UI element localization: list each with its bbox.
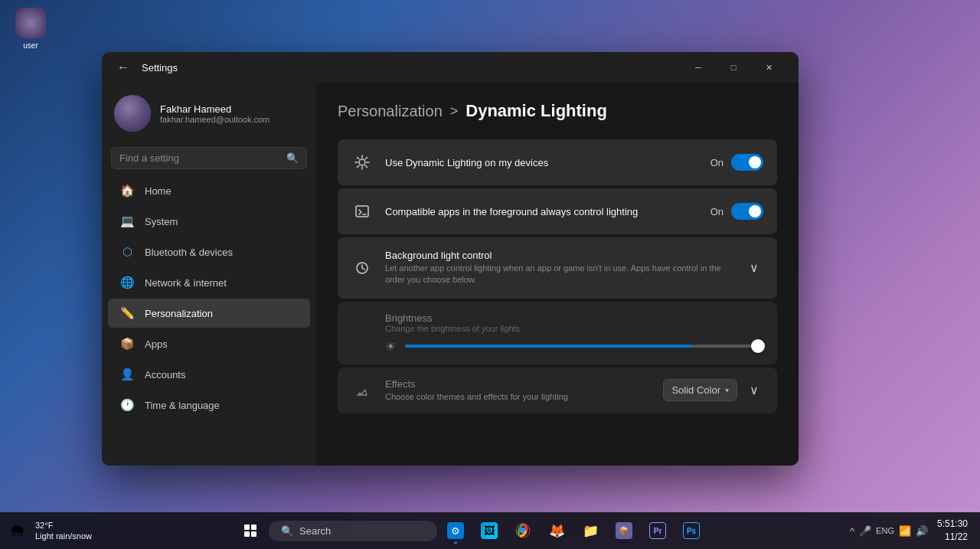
- taskbar-left: 🌧 32°F Light rain/snow: [9, 520, 98, 542]
- desktop-icon[interactable]: user: [8, 8, 54, 50]
- nav-label-bluetooth: Bluetooth & devices: [145, 247, 233, 258]
- volume-icon[interactable]: 🔊: [916, 525, 928, 537]
- taskbar-app-photoshop[interactable]: Ps: [676, 515, 707, 546]
- nav-label-apps: Apps: [145, 338, 168, 350]
- nav-label-network: Network & internet: [145, 277, 227, 289]
- taskbar-center: 🔍 Search ⚙ 🖼 🦊: [98, 515, 844, 546]
- compatible-apps-row: Compatible apps in the foreground always…: [338, 188, 777, 234]
- effects-desc: Choose color themes and effects for your…: [385, 391, 651, 403]
- breadcrumb-current: Dynamic Lighting: [466, 101, 607, 121]
- search-icon: 🔍: [286, 152, 299, 164]
- main-content: Personalization > Dynamic Lighting: [316, 83, 799, 466]
- dynamic-lighting-row: Use Dynamic Lighting on my devices On: [338, 139, 777, 185]
- window-body: Fakhar Hameed fakhar.hameed@outlook.com …: [102, 83, 799, 466]
- nav-label-time: Time & language: [145, 400, 220, 411]
- nav-item-personalization[interactable]: ✏️ Personalization: [108, 299, 310, 328]
- brightness-section: Brightness Change the brightness of your…: [338, 302, 777, 364]
- compatible-apps-control: On: [710, 203, 763, 220]
- close-button[interactable]: ✕: [751, 55, 786, 80]
- nav-item-accounts[interactable]: 👤 Accounts: [108, 360, 310, 389]
- taskbar-app-premiere[interactable]: Pr: [642, 515, 673, 546]
- nav-item-system[interactable]: 💻 System: [108, 207, 310, 236]
- nav-item-network[interactable]: 🌐 Network & internet: [108, 268, 310, 297]
- dynamic-lighting-toggle[interactable]: [731, 154, 763, 171]
- taskbar-app-explorer[interactable]: 📁: [575, 515, 606, 546]
- dynamic-lighting-text: Use Dynamic Lighting on my devices: [385, 157, 698, 168]
- brightness-header: Brightness Change the brightness of your…: [351, 312, 763, 333]
- taskbar-app-firefox[interactable]: 🦊: [541, 515, 572, 546]
- nav-item-bluetooth[interactable]: ⬡ Bluetooth & devices: [108, 237, 310, 266]
- minimize-button[interactable]: ─: [681, 55, 716, 80]
- microphone-icon[interactable]: 🎤: [859, 525, 871, 537]
- background-light-control: ∨: [745, 259, 763, 277]
- effects-text: Effects Choose color themes and effects …: [385, 378, 651, 403]
- desktop-icon-label: user: [23, 41, 38, 50]
- clock[interactable]: 5:51:30 11/22: [937, 518, 968, 544]
- system-tray: ^ 🎤 ENG 📶 🔊: [844, 525, 934, 537]
- breadcrumb-separator: >: [450, 103, 459, 119]
- home-icon: 🏠: [120, 184, 134, 198]
- taskbar-search-text: Search: [299, 525, 331, 537]
- user-email: fakhar.hameed@outlook.com: [160, 115, 304, 124]
- background-light-icon: [351, 257, 373, 279]
- dynamic-lighting-control: On: [710, 154, 763, 171]
- settings-app-icon: ⚙: [447, 522, 464, 539]
- brightness-desc: Change the brightness of your lights: [385, 324, 520, 333]
- windows-icon: [244, 524, 256, 537]
- taskbar-app-settings[interactable]: ⚙: [440, 515, 471, 546]
- effects-dropdown[interactable]: Solid Color ▾: [663, 379, 737, 401]
- compatible-apps-on-label: On: [710, 206, 724, 217]
- time-icon: 🕐: [120, 398, 134, 412]
- background-light-expand[interactable]: ∨: [745, 259, 763, 277]
- clock-date: 11/22: [937, 531, 968, 544]
- start-button[interactable]: [235, 515, 266, 546]
- explorer-app-icon: 📁: [582, 522, 599, 539]
- slider-row: ☀: [351, 339, 763, 354]
- effects-control: Solid Color ▾ ∨: [663, 379, 763, 401]
- 3d-app-icon: 📦: [616, 522, 632, 539]
- dynamic-lighting-on-label: On: [710, 157, 724, 168]
- language-indicator[interactable]: ENG: [876, 526, 894, 535]
- taskbar-app-3d[interactable]: 📦: [609, 515, 639, 546]
- taskbar-app-chrome[interactable]: [508, 515, 538, 546]
- svg-point-0: [359, 159, 365, 165]
- settings-window: ← Settings ─ □ ✕ Fakhar Hameed fakhar.ha…: [102, 52, 799, 466]
- compatible-apps-toggle[interactable]: [731, 203, 763, 220]
- effects-title: Effects: [385, 378, 651, 390]
- taskbar-search[interactable]: 🔍 Search: [269, 521, 437, 541]
- sun-icon: ☀: [385, 339, 396, 354]
- nav-item-apps[interactable]: 📦 Apps: [108, 329, 310, 358]
- effects-expand[interactable]: ∨: [745, 381, 763, 400]
- brightness-title: Brightness: [385, 312, 520, 324]
- brightness-titles: Brightness Change the brightness of your…: [385, 312, 520, 333]
- compatible-apps-card: Compatible apps in the foreground always…: [338, 188, 777, 234]
- avatar: [114, 95, 151, 132]
- effects-dropdown-value: Solid Color: [671, 384, 720, 396]
- titlebar: ← Settings ─ □ ✕: [102, 52, 799, 83]
- tray-chevron-icon[interactable]: ^: [850, 525, 854, 537]
- breadcrumb-parent[interactable]: Personalization: [338, 103, 443, 120]
- slider-thumb[interactable]: [751, 339, 765, 353]
- network-icon-tray[interactable]: 📶: [899, 525, 911, 537]
- firefox-app-icon: 🦊: [548, 522, 565, 539]
- sidebar-search-input[interactable]: [119, 152, 286, 164]
- svg-line-8: [358, 165, 359, 167]
- taskbar: 🌧 32°F Light rain/snow 🔍 Search ⚙ 🖼: [0, 512, 980, 549]
- background-light-card: Background light control Let another app…: [338, 237, 777, 299]
- user-profile[interactable]: Fakhar Hameed fakhar.hameed@outlook.com: [102, 89, 316, 144]
- effects-row: Effects Choose color themes and effects …: [338, 368, 777, 413]
- slider-fill: [405, 345, 691, 348]
- taskbar-app-photos[interactable]: 🖼: [474, 515, 505, 546]
- nav-label-home: Home: [145, 185, 172, 197]
- nav-item-time[interactable]: 🕐 Time & language: [108, 391, 310, 420]
- taskbar-right: ^ 🎤 ENG 📶 🔊 5:51:30 11/22: [844, 518, 971, 544]
- nav-label-accounts: Accounts: [145, 369, 185, 381]
- maximize-button[interactable]: □: [716, 55, 751, 80]
- search-box[interactable]: 🔍: [111, 147, 307, 169]
- effects-icon: [351, 380, 373, 401]
- chrome-app-icon: [514, 522, 531, 539]
- nav-item-home[interactable]: 🏠 Home: [108, 176, 310, 205]
- back-button[interactable]: ←: [114, 58, 132, 77]
- user-name: Fakhar Hameed: [160, 103, 304, 115]
- personalization-icon: ✏️: [120, 306, 134, 320]
